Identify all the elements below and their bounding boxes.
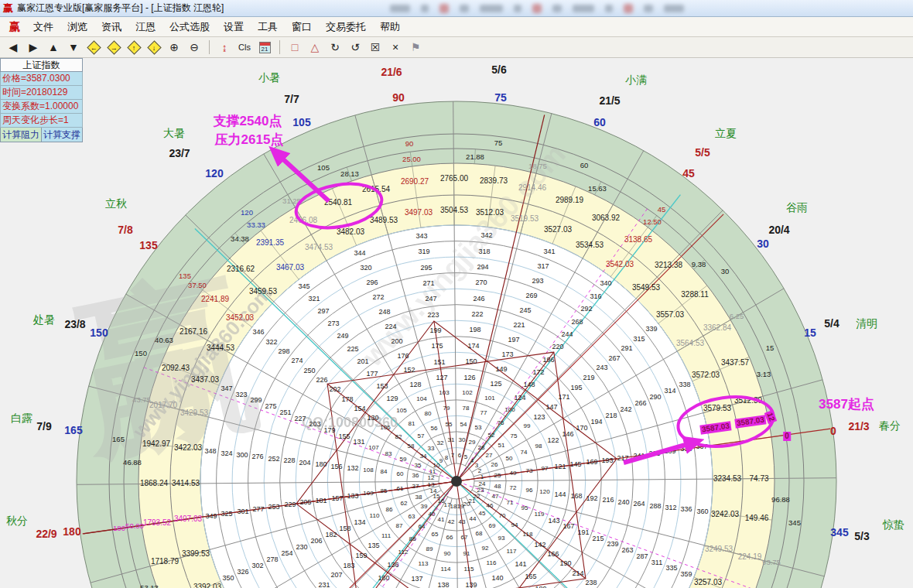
back-icon[interactable]: ◀ (4, 39, 22, 56)
menu-item-tools[interactable]: 工具 (251, 18, 285, 36)
menu-item-trade-entrust[interactable]: 交易委托 (319, 18, 373, 36)
menu-item-settings[interactable]: 设置 (217, 18, 251, 36)
window-title: 赢家江恩专业版[赢家服务平台] - [上证指数 江恩轮] (17, 2, 224, 15)
toolbar: ◀▶▲▼←→↑↓⊕⊖↨Cls21□△↻↺☒×⚑ (0, 37, 913, 58)
menu-item-gann[interactable]: 江恩 (128, 18, 162, 36)
updown-icon[interactable]: ↨ (215, 39, 234, 56)
move-down-icon[interactable]: ↓ (145, 39, 163, 56)
cursor-down-icon[interactable]: ▼ (64, 39, 83, 56)
app-logo-icon: 赢 (3, 2, 13, 15)
titlebar-blurred-region (379, 0, 913, 17)
cls-button[interactable]: Cls (235, 39, 254, 56)
forward-icon[interactable]: ▶ (24, 39, 43, 56)
panel-step-row: 周天变化步长=1 (0, 114, 83, 128)
move-up-icon[interactable]: ↑ (125, 39, 143, 56)
zoom-out-icon[interactable]: ⊖ (185, 39, 203, 56)
calendar-icon[interactable]: 21 (255, 39, 274, 56)
panel-title: 上证指数 (0, 58, 83, 72)
rotate-ccw-icon[interactable]: ↺ (346, 39, 364, 56)
gann-wheel-chart[interactable]: 赢www.yingjia360.comwww.yingjia360.comQQ:… (0, 58, 913, 588)
menu-item-formula-stock-pick[interactable]: 公式选股 (162, 18, 217, 36)
panel-coef-row: 变换系数=1.00000 (0, 100, 83, 114)
menu-logo-icon: 赢 (3, 20, 26, 34)
gann-wheel-canvas (0, 58, 913, 588)
triangle-tool-icon[interactable]: △ (306, 39, 324, 56)
toolbar-separator (279, 40, 280, 54)
menu-item-help[interactable]: 帮助 (373, 18, 407, 36)
menu-item-file[interactable]: 文件 (26, 18, 60, 36)
box-x-icon[interactable]: ☒ (366, 39, 385, 56)
panel-time-row: 时间=20180129 (0, 86, 83, 100)
menubar: 赢 文件浏览资讯江恩公式选股设置工具窗口交易委托帮助 (0, 17, 913, 37)
menu-item-browse[interactable]: 浏览 (60, 18, 94, 36)
flag-icon[interactable]: ⚑ (406, 39, 425, 56)
move-right-icon[interactable]: → (104, 39, 123, 56)
titlebar: 赢 赢家江恩专业版[赢家服务平台] - [上证指数 江恩轮] (0, 0, 913, 17)
stock-info-panel: 上证指数 价格=3587.0300 时间=20180129 变换系数=1.000… (0, 58, 83, 142)
center-cross-icon[interactable]: × (386, 39, 405, 56)
cursor-up-icon[interactable]: ▲ (44, 39, 63, 56)
menu-item-window[interactable]: 窗口 (285, 18, 319, 36)
move-left-icon[interactable]: ← (84, 39, 103, 56)
panel-price-row: 价格=3587.0300 (0, 72, 83, 86)
rotate-cw-icon[interactable]: ↻ (326, 39, 344, 56)
zoom-in-icon[interactable]: ⊕ (165, 39, 183, 56)
square-tool-icon[interactable]: □ (286, 39, 304, 56)
calc-resistance-button[interactable]: 计算阻力 (0, 128, 41, 142)
app-window: 赢 赢家江恩专业版[赢家服务平台] - [上证指数 江恩轮] 赢 文件浏览资讯江… (0, 0, 913, 588)
calc-support-button[interactable]: 计算支撑 (41, 128, 83, 142)
menu-item-news[interactable]: 资讯 (94, 18, 128, 36)
toolbar-separator (209, 40, 210, 54)
